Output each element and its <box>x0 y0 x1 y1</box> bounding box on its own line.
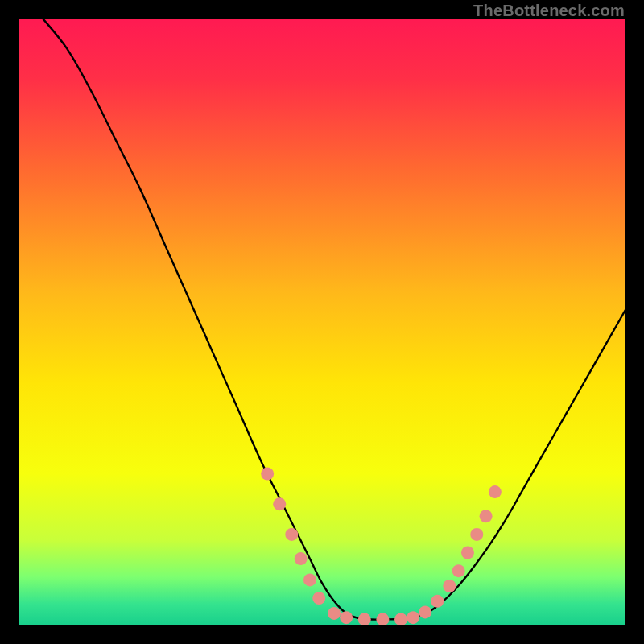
highlight-dot <box>470 528 483 541</box>
highlight-dot <box>376 613 389 625</box>
highlight-dot <box>358 613 371 625</box>
highlight-dot <box>303 573 316 586</box>
highlight-dot <box>328 607 341 620</box>
highlight-dot <box>340 611 353 624</box>
chart-frame <box>19 19 625 625</box>
highlight-dot <box>312 592 325 605</box>
chart-svg <box>19 19 625 625</box>
highlight-dot <box>419 605 431 618</box>
highlight-dot <box>431 595 444 608</box>
highlight-dot <box>452 564 465 577</box>
highlight-dot <box>461 547 474 559</box>
highlight-dot <box>273 497 286 510</box>
highlight-dot <box>394 613 407 625</box>
highlight-dot <box>295 552 308 565</box>
highlight-dot <box>489 485 502 498</box>
chart-background <box>19 19 625 625</box>
highlight-dot <box>261 468 274 481</box>
watermark-text: TheBottleneck.com <box>473 2 625 20</box>
highlight-dot <box>480 510 493 522</box>
highlight-dot <box>443 580 456 592</box>
highlight-dot <box>285 528 298 541</box>
highlight-dot <box>407 611 419 624</box>
